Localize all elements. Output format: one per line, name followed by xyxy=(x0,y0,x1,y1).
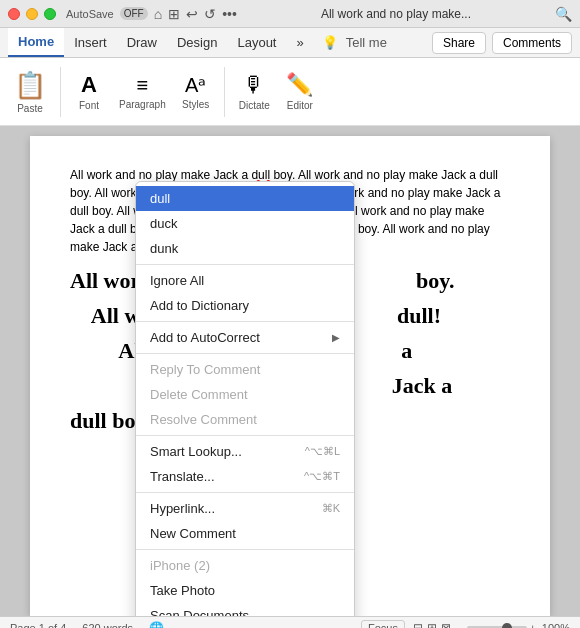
menu-item-ignore-all-label: Ignore All xyxy=(150,273,204,288)
menu-item-scan-documents-label: Scan Documents xyxy=(150,608,249,616)
font-icon: A xyxy=(81,72,97,98)
tell-me-icon: 💡 xyxy=(322,28,338,57)
menu-separator-5 xyxy=(136,492,354,493)
zoom-controls: − + 100% xyxy=(459,622,570,629)
menu-item-duck[interactable]: duck xyxy=(136,211,354,236)
editor-label: Editor xyxy=(287,100,313,111)
tab-layout[interactable]: Layout xyxy=(227,28,286,57)
undo-icon[interactable]: ↩ xyxy=(186,6,198,22)
paste-tool[interactable]: 📋 Paste xyxy=(8,66,52,118)
search-icon[interactable]: 🔍 xyxy=(555,6,572,22)
status-bar: Page 1 of 4 620 words 🌐 Focus ⊟ ⊞ ⊠ − + … xyxy=(0,616,580,628)
menu-item-dull-label: dull xyxy=(150,191,170,206)
page-info: Page 1 of 4 xyxy=(10,622,66,629)
home-icon[interactable]: ⌂ xyxy=(154,6,162,22)
menu-item-iphone-header: iPhone (2) xyxy=(136,553,354,578)
smart-lookup-shortcut: ^⌥⌘L xyxy=(305,445,340,458)
menu-item-iphone-label: iPhone (2) xyxy=(150,558,210,573)
more-icon[interactable]: ••• xyxy=(222,6,237,22)
zoom-minus-button[interactable]: − xyxy=(459,622,465,629)
paragraph-icon: ≡ xyxy=(137,74,149,97)
word-count: 620 words xyxy=(82,622,133,629)
dictate-tool[interactable]: 🎙 Dictate xyxy=(233,68,276,115)
tell-me-input[interactable]: Tell me xyxy=(346,28,387,57)
menu-item-ignore-all[interactable]: Ignore All xyxy=(136,268,354,293)
translate-shortcut: ^⌥⌘T xyxy=(304,470,340,483)
maximize-button[interactable] xyxy=(44,8,56,20)
traffic-lights xyxy=(8,8,56,20)
menu-item-resolve-comment: Resolve Comment xyxy=(136,407,354,432)
menu-item-take-photo-label: Take Photo xyxy=(150,583,215,598)
menu-item-hyperlink-label: Hyperlink... xyxy=(150,501,215,516)
menu-item-add-dictionary-label: Add to Dictionary xyxy=(150,298,249,313)
status-bar-right: Focus ⊟ ⊞ ⊠ − + 100% xyxy=(361,620,570,629)
view-icon-2[interactable]: ⊞ xyxy=(427,621,437,629)
menu-item-translate[interactable]: Translate... ^⌥⌘T xyxy=(136,464,354,489)
language-icon: 🌐 xyxy=(149,621,164,629)
context-menu: dull duck dunk Ignore All Add to Diction… xyxy=(135,181,355,616)
menu-item-dunk-label: dunk xyxy=(150,241,178,256)
comments-button[interactable]: Comments xyxy=(492,32,572,54)
menu-item-reply-comment-label: Reply To Comment xyxy=(150,362,260,377)
title-bar-content: AutoSave OFF ⌂ ⊞ ↩ ↺ ••• All work and no… xyxy=(66,6,572,22)
zoom-plus-button[interactable]: + xyxy=(529,622,535,629)
ribbon-tab-actions: Share Comments xyxy=(432,28,572,57)
grid-icon[interactable]: ⊞ xyxy=(168,6,180,22)
menu-item-translate-label: Translate... xyxy=(150,469,215,484)
styles-icon: Aᵃ xyxy=(185,73,206,97)
tab-design[interactable]: Design xyxy=(167,28,227,57)
doc-title: All work and no play make... xyxy=(243,7,549,21)
menu-item-new-comment-label: New Comment xyxy=(150,526,236,541)
editor-icon: ✏️ xyxy=(286,72,313,98)
styles-label: Styles xyxy=(182,99,209,110)
paragraph-label: Paragraph xyxy=(119,99,166,110)
misspelled-word: dull xyxy=(251,168,270,182)
paste-icon: 📋 xyxy=(14,70,46,101)
editor-tool[interactable]: ✏️ Editor xyxy=(280,68,320,115)
share-button[interactable]: Share xyxy=(432,32,486,54)
menu-separator-4 xyxy=(136,435,354,436)
view-icon-1[interactable]: ⊟ xyxy=(413,621,423,629)
toolbar-divider-2 xyxy=(224,67,225,117)
menu-item-delete-comment: Delete Comment xyxy=(136,382,354,407)
menu-item-autocorrect-label: Add to AutoCorrect xyxy=(150,330,260,345)
menu-separator-1 xyxy=(136,264,354,265)
styles-tool[interactable]: Aᵃ Styles xyxy=(176,69,216,114)
dictate-icon: 🎙 xyxy=(243,72,265,98)
tab-home[interactable]: Home xyxy=(8,28,64,57)
hyperlink-shortcut: ⌘K xyxy=(322,502,340,515)
menu-separator-2 xyxy=(136,321,354,322)
menu-item-hyperlink[interactable]: Hyperlink... ⌘K xyxy=(136,496,354,521)
view-icons: ⊟ ⊞ ⊠ xyxy=(413,621,451,629)
menu-item-new-comment[interactable]: New Comment xyxy=(136,521,354,546)
tab-draw[interactable]: Draw xyxy=(117,28,167,57)
menu-item-take-photo[interactable]: Take Photo xyxy=(136,578,354,603)
close-button[interactable] xyxy=(8,8,20,20)
menu-separator-3 xyxy=(136,353,354,354)
menu-item-resolve-comment-label: Resolve Comment xyxy=(150,412,257,427)
menu-item-delete-comment-label: Delete Comment xyxy=(150,387,248,402)
menu-separator-6 xyxy=(136,549,354,550)
minimize-button[interactable] xyxy=(26,8,38,20)
menu-item-scan-documents[interactable]: Scan Documents xyxy=(136,603,354,616)
paragraph-tool[interactable]: ≡ Paragraph xyxy=(113,70,172,114)
font-tool[interactable]: A Font xyxy=(69,68,109,115)
menu-item-smart-lookup-label: Smart Lookup... xyxy=(150,444,242,459)
toolbar-divider-1 xyxy=(60,67,61,117)
document-area: All work and no play make Jack a dull bo… xyxy=(0,126,580,616)
tab-more[interactable]: » xyxy=(287,28,314,57)
toolbar: 📋 Paste A Font ≡ Paragraph Aᵃ Styles 🎙 D… xyxy=(0,58,580,126)
menu-item-reply-comment: Reply To Comment xyxy=(136,357,354,382)
menu-item-add-dictionary[interactable]: Add to Dictionary xyxy=(136,293,354,318)
view-icon-3[interactable]: ⊠ xyxy=(441,621,451,629)
menu-item-dull[interactable]: dull xyxy=(136,186,354,211)
focus-label[interactable]: Focus xyxy=(361,620,405,629)
menu-item-dunk[interactable]: dunk xyxy=(136,236,354,261)
dictate-label: Dictate xyxy=(239,100,270,111)
autosave-toggle[interactable]: OFF xyxy=(120,7,148,20)
tab-insert[interactable]: Insert xyxy=(64,28,117,57)
menu-item-smart-lookup[interactable]: Smart Lookup... ^⌥⌘L xyxy=(136,439,354,464)
font-label: Font xyxy=(79,100,99,111)
redo-icon[interactable]: ↺ xyxy=(204,6,216,22)
menu-item-autocorrect[interactable]: Add to AutoCorrect ▶ xyxy=(136,325,354,350)
